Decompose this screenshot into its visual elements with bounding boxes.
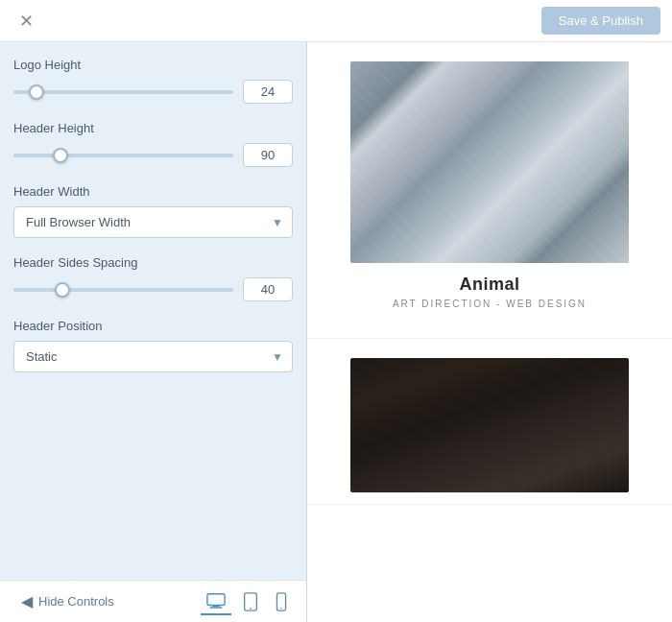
- header-height-label: Header Height: [13, 121, 293, 135]
- svg-point-4: [250, 607, 252, 609]
- close-button[interactable]: ✕: [12, 9, 41, 34]
- dark-image: [350, 358, 629, 492]
- header-width-label: Header Width: [13, 184, 293, 199]
- tablet-device-button[interactable]: [237, 588, 264, 615]
- bottom-bar: ◀ Hide Controls: [0, 580, 306, 622]
- header-sides-spacing-label: Header Sides Spacing: [13, 255, 293, 270]
- hide-controls-left-arrow-icon: ◀: [21, 592, 33, 610]
- svg-rect-0: [207, 593, 225, 605]
- logo-height-group: Logo Height 24: [13, 58, 293, 104]
- header-sides-spacing-slider[interactable]: [13, 288, 233, 292]
- portfolio-image-second: [350, 358, 629, 492]
- header-width-select[interactable]: Full Browser Width Boxed Custom: [13, 206, 293, 238]
- logo-height-slider-row: 24: [13, 80, 293, 104]
- logo-height-input[interactable]: 24: [243, 80, 293, 104]
- svg-rect-1: [212, 605, 219, 607]
- device-icons: [201, 588, 293, 615]
- main-content: Logo Height 24 Header Height 90: [0, 42, 672, 622]
- staircase-image: [350, 61, 629, 263]
- save-publish-button[interactable]: Save & Publish: [541, 7, 660, 35]
- logo-height-slider-container: [13, 83, 233, 102]
- portfolio-item-second: [307, 339, 672, 505]
- header-position-group: Header Position Static Fixed Sticky Abso…: [13, 319, 293, 372]
- header-sides-spacing-input[interactable]: 40: [243, 277, 293, 301]
- logo-height-label: Logo Height: [13, 58, 293, 72]
- header-height-slider-row: 90: [13, 143, 293, 167]
- logo-height-slider[interactable]: [13, 90, 233, 94]
- header-sides-spacing-group: Header Sides Spacing 40: [13, 255, 293, 301]
- header-sides-spacing-slider-row: 40: [13, 277, 293, 301]
- top-bar: ✕ Save & Publish: [0, 0, 672, 42]
- header-position-select[interactable]: Static Fixed Sticky Absolute: [13, 341, 293, 372]
- header-position-label: Header Position: [13, 319, 293, 333]
- svg-point-6: [280, 608, 281, 609]
- svg-rect-2: [210, 607, 223, 608]
- mobile-device-button[interactable]: [270, 588, 293, 615]
- header-height-slider-container: [13, 146, 233, 165]
- portfolio-image-animal: [350, 61, 629, 263]
- header-position-dropdown-container: Static Fixed Sticky Absolute ▼: [13, 341, 293, 372]
- left-panel: Logo Height 24 Header Height 90: [0, 42, 307, 622]
- portfolio-subtitle-animal: ART DIRECTION - WEB DESIGN: [393, 299, 587, 309]
- header-height-input[interactable]: 90: [243, 143, 293, 167]
- desktop-device-button[interactable]: [201, 588, 231, 615]
- header-height-group: Header Height 90: [13, 121, 293, 167]
- mobile-icon: [276, 592, 287, 611]
- portfolio-title-animal: Animal: [459, 275, 519, 295]
- header-width-group: Header Width Full Browser Width Boxed Cu…: [13, 184, 293, 238]
- portfolio-item-animal: Animal ART DIRECTION - WEB DESIGN: [307, 42, 672, 339]
- controls-scroll[interactable]: Logo Height 24 Header Height 90: [0, 42, 306, 580]
- hide-controls-label: Hide Controls: [38, 594, 114, 609]
- hide-controls-button[interactable]: ◀ Hide Controls: [13, 588, 201, 614]
- tablet-icon: [243, 592, 258, 611]
- desktop-icon: [206, 592, 226, 610]
- header-height-slider[interactable]: [13, 154, 233, 157]
- right-panel: Animal ART DIRECTION - WEB DESIGN: [307, 42, 672, 622]
- header-sides-spacing-slider-container: [13, 280, 233, 299]
- header-width-dropdown-container: Full Browser Width Boxed Custom ▼: [13, 206, 293, 238]
